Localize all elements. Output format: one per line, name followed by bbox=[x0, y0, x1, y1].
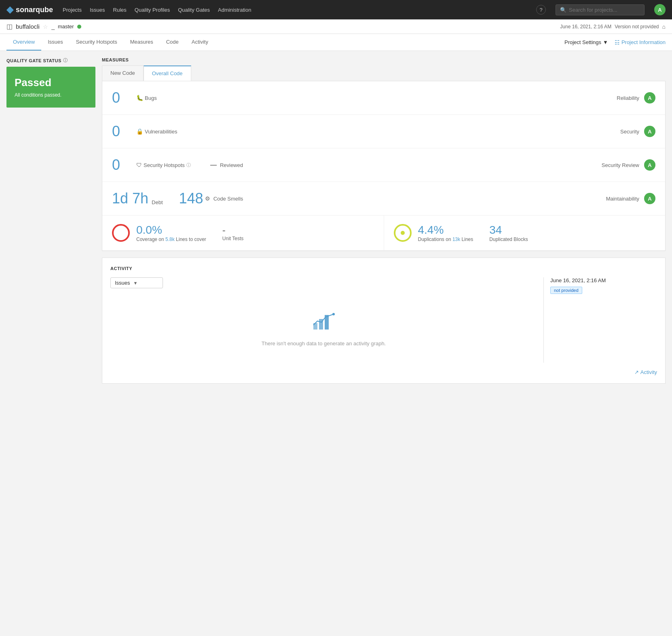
help-button[interactable]: ? bbox=[536, 5, 546, 15]
nav-issues[interactable]: Issues bbox=[90, 7, 105, 13]
activity-graph: Issues ▼ bbox=[110, 277, 544, 363]
smells-icon: ⚙ bbox=[205, 195, 210, 202]
hotspot-reviewed-area: — Reviewed bbox=[210, 161, 243, 169]
version-badge: not provided bbox=[550, 287, 582, 294]
tabs: Overview Issues Security Hotspots Measur… bbox=[6, 34, 215, 51]
activity-inner: Issues ▼ bbox=[110, 277, 657, 363]
tab-code[interactable]: Code bbox=[160, 34, 185, 51]
project-icon: ◫ bbox=[6, 23, 13, 30]
bug-icon: 🐛 bbox=[136, 95, 143, 101]
search-input[interactable] bbox=[569, 7, 640, 13]
nav-quality-profiles[interactable]: Quality Profiles bbox=[135, 7, 170, 13]
activity-header: ACTIVITY bbox=[110, 266, 657, 271]
issues-dropdown[interactable]: Issues ▼ bbox=[110, 277, 163, 288]
tab-actions: Project Settings ▼ ☷ Project Information bbox=[564, 39, 666, 46]
activity-right: June 16, 2021, 2:16 AM not provided bbox=[544, 277, 657, 363]
quality-gate-box: Passed All conditions passed. bbox=[6, 67, 95, 108]
search-box[interactable]: 🔍 bbox=[556, 4, 645, 15]
search-icon: 🔍 bbox=[560, 7, 566, 13]
chevron-down-icon: ▼ bbox=[603, 39, 608, 45]
hotspots-main: 0 🛡 Security Hotspots ⓘ — Reviewed bbox=[112, 156, 602, 173]
breadcrumb-right: June 16, 2021, 2:16 AM Version not provi… bbox=[560, 23, 666, 30]
tab-bar: Overview Issues Security Hotspots Measur… bbox=[0, 34, 672, 51]
shield-icon: 🛡 bbox=[136, 162, 142, 168]
project-settings-link[interactable]: Project Settings ▼ bbox=[564, 39, 608, 45]
quality-gate-status: Passed bbox=[15, 76, 87, 89]
coverage-pct[interactable]: 0.0% bbox=[136, 224, 162, 236]
svg-point-3 bbox=[332, 313, 335, 315]
right-panel: MEASURES New Code Overall Code 0 🐛 Bugs … bbox=[102, 57, 666, 384]
logo[interactable]: ◆ sonarqube bbox=[6, 4, 53, 15]
help-icon[interactable]: ⓘ bbox=[63, 57, 68, 63]
quality-gate-label: QUALITY GATE STATUS ⓘ bbox=[6, 57, 95, 63]
main-content: QUALITY GATE STATUS ⓘ Passed All conditi… bbox=[0, 51, 672, 390]
arrow-icon: ↗ bbox=[634, 369, 639, 375]
vuln-value[interactable]: 0 bbox=[112, 123, 136, 140]
bugs-category: Reliability bbox=[617, 95, 639, 101]
measures-label: MEASURES bbox=[102, 57, 666, 62]
dropdown-arrow-icon: ▼ bbox=[133, 281, 138, 285]
maint-category: Maintainability bbox=[606, 196, 639, 202]
tab-issues[interactable]: Issues bbox=[41, 34, 70, 51]
code-tab-overall-code[interactable]: Overall Code bbox=[144, 66, 191, 81]
bugs-label: Bugs bbox=[145, 95, 157, 101]
left-panel: QUALITY GATE STATUS ⓘ Passed All conditi… bbox=[6, 57, 95, 384]
no-data-area: There isn't enough data to generate an a… bbox=[110, 295, 537, 363]
coverage-lines-link[interactable]: 5.8k bbox=[165, 237, 175, 242]
breadcrumb-left: ◫ buffalocli ☆ ⎯ master bbox=[6, 23, 81, 30]
vuln-main: 0 🔒 Vulnerabilities bbox=[112, 123, 620, 140]
activity-event-date: June 16, 2021, 2:16 AM bbox=[550, 277, 657, 283]
dup-circle bbox=[394, 224, 412, 242]
home-icon[interactable]: ⌂ bbox=[662, 23, 666, 30]
project-name[interactable]: buffalocli bbox=[16, 23, 40, 30]
code-tabs: New Code Overall Code bbox=[102, 66, 666, 81]
hotspots-category: Security Review bbox=[602, 162, 639, 168]
unit-tests-area: - Unit Tests bbox=[222, 224, 243, 241]
debt-label: Debt bbox=[152, 199, 163, 205]
nav-quality-gates[interactable]: Quality Gates bbox=[178, 7, 210, 13]
vulnerabilities-row: 0 🔒 Vulnerabilities Security A bbox=[102, 115, 665, 148]
user-avatar[interactable]: A bbox=[654, 4, 666, 15]
sonarqube-logo-icon: ◆ bbox=[6, 4, 13, 15]
no-data-text: There isn't enough data to generate an a… bbox=[262, 340, 386, 347]
logo-text: sonarqube bbox=[16, 6, 53, 14]
hotspots-label: Security Hotspots bbox=[144, 162, 185, 168]
code-smells-value[interactable]: 148 bbox=[179, 190, 203, 207]
star-icon[interactable]: ☆ bbox=[43, 23, 48, 30]
tab-security-hotspots[interactable]: Security Hotspots bbox=[70, 34, 124, 51]
nav-administration[interactable]: Administration bbox=[218, 7, 251, 13]
hotspots-help-icon[interactable]: ⓘ bbox=[186, 162, 191, 168]
project-information-link[interactable]: ☷ Project Information bbox=[615, 39, 666, 46]
code-tab-new-code[interactable]: New Code bbox=[102, 66, 144, 81]
project-settings-label: Project Settings bbox=[564, 39, 601, 45]
dup-lines-link[interactable]: 13k bbox=[452, 237, 460, 242]
nav-projects[interactable]: Projects bbox=[63, 7, 82, 13]
hotspots-value[interactable]: 0 bbox=[112, 156, 136, 173]
chart-svg bbox=[312, 311, 336, 331]
tab-measures[interactable]: Measures bbox=[124, 34, 160, 51]
debt-value[interactable]: 1d 7h bbox=[112, 190, 148, 207]
dup-blocks-area: 34 Duplicated Blocks bbox=[489, 224, 528, 242]
activity-link[interactable]: ↗ Activity bbox=[634, 369, 657, 375]
nav-rules[interactable]: Rules bbox=[113, 7, 127, 13]
code-smells-area: 148 ⚙ Code Smells bbox=[179, 190, 243, 207]
dup-blocks-value[interactable]: 34 bbox=[489, 224, 528, 237]
hotspots-row: 0 🛡 Security Hotspots ⓘ — Reviewed Secur… bbox=[102, 148, 665, 182]
bugs-grade-badge: A bbox=[644, 92, 655, 104]
bugs-value[interactable]: 0 bbox=[112, 89, 136, 106]
branch-name[interactable]: master bbox=[58, 23, 74, 30]
hotspot-reviewed-label: Reviewed bbox=[220, 162, 243, 168]
breadcrumb-bar: ◫ buffalocli ☆ ⎯ master June 16, 2021, 2… bbox=[0, 19, 672, 34]
tab-activity[interactable]: Activity bbox=[185, 34, 215, 51]
vuln-right: Security A bbox=[620, 126, 655, 137]
tab-overview[interactable]: Overview bbox=[6, 34, 41, 51]
vuln-label: Vulnerabilities bbox=[145, 129, 177, 135]
chart-icon bbox=[312, 311, 336, 336]
coverage-section: 0.0% Coverage on 5.8k Lines to cover - U… bbox=[102, 216, 384, 250]
activity-footer: ↗ Activity bbox=[110, 369, 657, 375]
duplications-section: 4.4% Duplications on 13k Lines 34 Duplic… bbox=[384, 216, 666, 250]
maint-grade-badge: A bbox=[644, 193, 655, 204]
bugs-row: 0 🐛 Bugs Reliability A bbox=[102, 81, 665, 115]
dup-pct[interactable]: 4.4% bbox=[418, 224, 444, 236]
issues-dropdown-label: Issues bbox=[115, 280, 130, 286]
